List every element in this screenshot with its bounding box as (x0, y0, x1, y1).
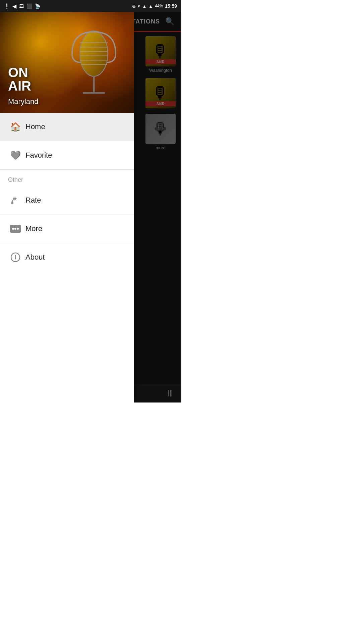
signal2-icon: ▲ (148, 4, 153, 9)
drawer-header: ONAIR Maryland (0, 12, 134, 113)
home-icon: 🏠 (8, 119, 23, 134)
drawer-menu: 🏠 Home 🩶 Favorite Other Rate (0, 113, 134, 402)
status-bar: ❕ ◀ 🖼 ⬛ 📡 ⊕ ▾ ▲ ▲ 44% 15:59 (0, 0, 181, 12)
info-icon: i (8, 250, 23, 265)
status-bar-left: ❕ ◀ 🖼 ⬛ 📡 (4, 3, 41, 9)
battery-label: 44% (155, 4, 163, 8)
drawer-item-home[interactable]: 🏠 Home (0, 113, 134, 141)
drawer-item-favorite[interactable]: 🩶 Favorite (0, 141, 134, 170)
svg-point-10 (12, 228, 14, 230)
favorite-label: Favorite (25, 151, 52, 160)
more-label: More (25, 224, 42, 233)
about-label: About (25, 253, 45, 262)
svg-point-12 (17, 228, 19, 230)
microphone-illustration (67, 19, 121, 106)
on-air-text: ONAIR (8, 66, 31, 93)
overlay-dim[interactable] (134, 12, 181, 402)
stop-icon: ⬛ (26, 3, 32, 9)
wifi-icon: ▾ (138, 4, 140, 9)
location-text: Maryland (8, 97, 38, 106)
heart-icon: 🩶 (8, 148, 23, 163)
home-label: Home (25, 122, 45, 131)
rate-icon (8, 193, 23, 208)
notification-icon: ❕ (4, 3, 10, 9)
rate-label: Rate (25, 196, 41, 205)
drawer-header-bg: ONAIR Maryland (0, 12, 134, 113)
add-icon: ⊕ (132, 4, 136, 9)
cast-icon: 📡 (35, 3, 41, 9)
time-label: 15:59 (165, 3, 177, 9)
svg-text:i: i (15, 255, 16, 260)
image-icon: 🖼 (19, 3, 24, 9)
status-bar-right: ⊕ ▾ ▲ ▲ 44% 15:59 (132, 3, 177, 9)
drawer-item-rate[interactable]: Rate (0, 186, 134, 215)
more-icon (8, 221, 23, 236)
signal-icon: ▲ (142, 4, 146, 9)
back-icon[interactable]: ◀ (12, 3, 16, 9)
app-container: STATIONS 🔍 🎙 AND Washington 🎙 (0, 12, 181, 402)
svg-point-0 (80, 31, 108, 76)
drawer-item-more[interactable]: More (0, 215, 134, 243)
svg-point-11 (14, 228, 16, 230)
other-section-label: Other (0, 170, 134, 186)
navigation-drawer: ONAIR Maryland 🏠 Home 🩶 Favorite Other (0, 12, 134, 402)
drawer-item-about[interactable]: i About (0, 243, 134, 271)
